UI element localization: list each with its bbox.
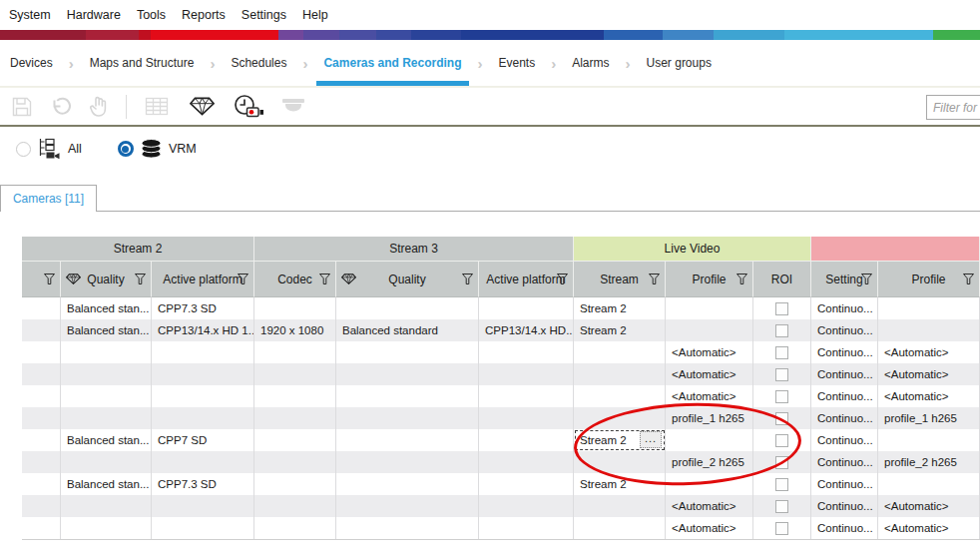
filter-icon[interactable] [44, 274, 55, 284]
column-header-roi-roi[interactable]: ROI [753, 262, 811, 297]
cell-codec[interactable] [254, 297, 336, 319]
cell-codec[interactable] [254, 451, 336, 473]
cell-roi[interactable] [753, 517, 811, 539]
cell-q3[interactable] [336, 363, 479, 385]
cell-q2[interactable]: Balanced stan... [61, 473, 152, 495]
cell-stream[interactable]: Stream 2 [574, 473, 666, 495]
cell-ap2[interactable]: CPP13/14.x HD 1... [152, 319, 254, 341]
cell-q2[interactable] [61, 407, 152, 429]
cell-roi[interactable] [753, 297, 811, 319]
filter-icon[interactable] [238, 274, 248, 284]
cell-q3[interactable] [336, 341, 479, 363]
nav-tab-schedules[interactable]: Schedules [231, 40, 286, 86]
cell-profile[interactable]: <Automatic> [666, 495, 753, 517]
cell-profile[interactable]: <Automatic> [666, 385, 753, 407]
cell-q2[interactable]: Balanced stan... [61, 429, 152, 451]
cell-stream[interactable] [574, 341, 666, 363]
roi-checkbox[interactable] [775, 302, 788, 315]
cell-stream[interactable] [574, 495, 666, 517]
cell-ap2[interactable] [152, 517, 254, 539]
cell-q3[interactable]: Balanced standard [336, 319, 479, 341]
scheduled-recording-icon[interactable] [233, 94, 263, 120]
cell-stream[interactable] [574, 517, 666, 539]
cell-codec[interactable] [254, 363, 336, 385]
roi-checkbox[interactable] [775, 522, 788, 535]
cell-roi[interactable] [753, 451, 811, 473]
cell-q3[interactable] [336, 451, 479, 473]
save-icon[interactable] [12, 97, 32, 117]
cell-profile[interactable] [666, 473, 753, 495]
nav-tab-maps-and-structure[interactable]: Maps and Structure [90, 40, 195, 86]
cell-sel[interactable] [22, 495, 61, 517]
cell-stream[interactable] [574, 407, 666, 429]
cell-codec[interactable] [254, 495, 336, 517]
cell-stream[interactable] [574, 363, 666, 385]
cell-ap2[interactable]: CPP7.3 SD [152, 297, 254, 319]
cell-sel[interactable] [22, 297, 61, 319]
cell-sel[interactable] [22, 473, 61, 495]
menu-item-system[interactable]: System [9, 8, 51, 22]
cell-ap3[interactable] [479, 517, 574, 539]
cell-profile[interactable]: <Automatic> [666, 517, 753, 539]
cell-ap2[interactable] [152, 407, 254, 429]
column-header-active-platform-ap2[interactable]: Active platform [152, 262, 254, 297]
copy-table-icon[interactable] [145, 95, 172, 118]
cell-q3[interactable] [336, 297, 479, 319]
cell-profile2[interactable] [878, 319, 980, 341]
filter-icon[interactable] [319, 274, 330, 284]
cell-setting[interactable]: Continuo... [811, 363, 878, 385]
cell-ap3[interactable] [479, 407, 574, 429]
cell-stream[interactable] [574, 385, 666, 407]
roi-checkbox[interactable] [775, 456, 788, 469]
nav-tab-events[interactable]: Events [499, 40, 536, 86]
cell-stream[interactable]: Stream 2 [574, 319, 666, 341]
cell-ap2[interactable] [152, 451, 254, 473]
cell-ap3[interactable] [479, 297, 574, 319]
column-header-stream-stream[interactable]: Stream [574, 262, 666, 297]
cell-q3[interactable] [336, 517, 479, 539]
cell-profile[interactable]: profile_2 h265 [666, 451, 753, 473]
filter-icon[interactable] [135, 274, 146, 284]
pan-hand-icon[interactable] [90, 96, 108, 118]
roi-checkbox[interactable] [775, 346, 788, 359]
cell-ap2[interactable]: CPP7 SD [152, 429, 254, 451]
cell-q3[interactable] [336, 495, 479, 517]
cell-q2[interactable]: Balanced stan... [61, 297, 152, 319]
cell-setting[interactable]: Continuo... [811, 319, 878, 341]
column-header-active-platform-ap3[interactable]: Active platform [479, 262, 574, 297]
cell-ap3[interactable] [479, 495, 574, 517]
filter-icon[interactable] [861, 274, 872, 284]
cell-q3[interactable] [336, 407, 479, 429]
cell-ap2[interactable] [152, 341, 254, 363]
cell-q2[interactable] [61, 363, 152, 385]
cell-q2[interactable] [61, 341, 152, 363]
cell-ap2[interactable]: CPP7.3 SD [152, 473, 254, 495]
cell-stream[interactable]: Stream 2 [574, 297, 666, 319]
nav-tab-devices[interactable]: Devices [10, 40, 53, 86]
nav-tab-user-groups[interactable]: User groups [647, 40, 712, 86]
radio-vrm[interactable] [118, 141, 134, 157]
cell-setting[interactable]: Continuo... [811, 407, 878, 429]
cell-setting[interactable]: Continuo... [811, 473, 878, 495]
undo-icon[interactable] [50, 97, 72, 117]
cell-codec[interactable] [254, 517, 336, 539]
cell-codec[interactable] [254, 385, 336, 407]
roi-checkbox[interactable] [775, 434, 788, 447]
cell-roi[interactable] [753, 319, 811, 341]
cell-ap3[interactable] [479, 363, 574, 385]
column-header-quality-q3[interactable]: Quality [336, 262, 479, 297]
radio-all[interactable] [16, 142, 31, 157]
menu-item-settings[interactable]: Settings [242, 8, 286, 22]
nav-tab-alarms[interactable]: Alarms [572, 40, 609, 86]
cell-sel[interactable] [22, 407, 61, 429]
cell-ap3[interactable] [479, 473, 574, 495]
cell-ap3[interactable] [479, 385, 574, 407]
roi-checkbox[interactable] [775, 324, 788, 337]
cell-q2[interactable] [61, 451, 152, 473]
column-header-codec-codec[interactable]: Codec [254, 262, 336, 297]
cell-q3[interactable] [336, 429, 479, 451]
roi-checkbox[interactable] [775, 500, 788, 513]
cell-sel[interactable] [22, 341, 61, 363]
cell-ap3[interactable]: CPP13/14.x HD... [479, 319, 574, 341]
cell-q2[interactable] [61, 495, 152, 517]
